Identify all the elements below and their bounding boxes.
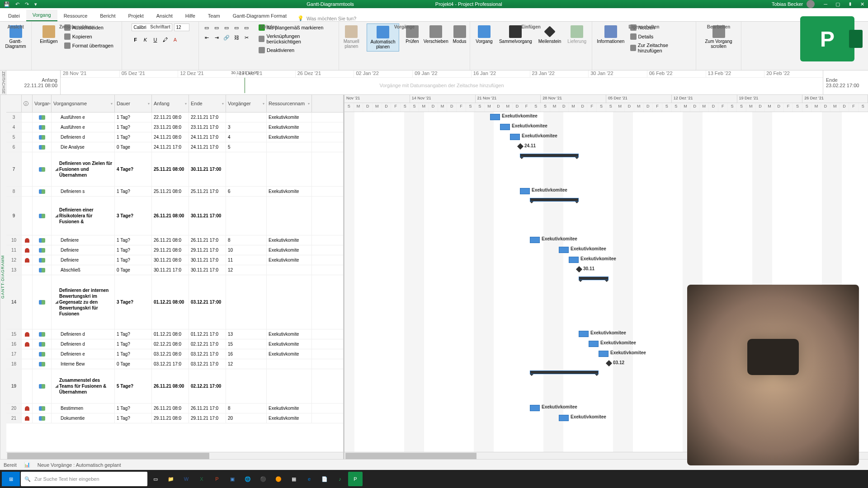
end-cell[interactable]: 22.11.21 17:0: [189, 113, 226, 122]
table-row[interactable]: 17Definieren e1 Tag?03.12.21 08:003.12.2…: [6, 349, 343, 359]
tab-ansicht[interactable]: Ansicht: [150, 10, 179, 21]
end-cell[interactable]: 23.11.21 17:0: [189, 122, 226, 132]
unlink-button[interactable]: ⛓: [232, 33, 241, 42]
table-row[interactable]: 10Definiere1 Tag?26.11.21 08:026.11.21 1…: [6, 235, 343, 245]
row-number[interactable]: 14: [6, 275, 22, 329]
row-number[interactable]: 5: [6, 132, 22, 142]
table-row[interactable]: 11Definiere1 Tag?29.11.21 08:029.11.21 1…: [6, 245, 343, 255]
start-button[interactable]: ⊞: [2, 472, 20, 486]
row-number[interactable]: 3: [6, 113, 22, 122]
start-cell[interactable]: 26.11.21 08:00: [152, 197, 189, 235]
start-cell[interactable]: 22.11.21 08:0: [152, 113, 189, 122]
start-cell[interactable]: 03.12.21 17:0: [152, 359, 189, 369]
resource-cell[interactable]: Exekutivkomite: [267, 349, 312, 359]
mode-cell[interactable]: [33, 349, 52, 359]
end-cell[interactable]: 25.11.21 17:0: [189, 187, 226, 196]
table-row[interactable]: 20Bestimmen1 Tag?26.11.21 08:026.11.21 1…: [6, 404, 343, 413]
mode-cell[interactable]: [33, 122, 52, 132]
end-cell[interactable]: 30.11.21 17:0: [189, 255, 226, 265]
row-number[interactable]: 19: [6, 369, 22, 403]
end-cell[interactable]: 26.11.21 17:0: [189, 404, 226, 413]
row-number[interactable]: 16: [6, 339, 22, 349]
collapse-icon[interactable]: ◢: [55, 383, 58, 389]
tell-me[interactable]: 💡Was möchten Sie tun?: [297, 15, 356, 21]
start-cell[interactable]: 26.11.21 08:0: [152, 404, 189, 413]
task-name-cell[interactable]: Dokumentie: [52, 413, 115, 423]
end-cell[interactable]: 30.11.21 17:00: [189, 152, 226, 186]
duration-cell[interactable]: 1 Tag?: [115, 404, 152, 413]
move-button[interactable]: Verschieben: [425, 23, 447, 46]
end-cell[interactable]: 30.11.21 17:0: [189, 265, 226, 275]
minimize-icon[interactable]: ─: [824, 1, 827, 7]
predecessor-cell[interactable]: [226, 275, 267, 329]
resource-cell[interactable]: [267, 265, 312, 275]
save-icon[interactable]: 💾: [4, 1, 10, 7]
task-name-cell[interactable]: Interne Bew: [52, 359, 115, 369]
gantt-bar[interactable]: [500, 124, 510, 130]
end-cell[interactable]: 02.12.21 17:00: [189, 369, 226, 403]
task-name-cell[interactable]: Die Analyse: [52, 142, 115, 152]
predecessor-cell[interactable]: 11: [226, 255, 267, 265]
powerpoint-icon[interactable]: P: [210, 472, 224, 486]
explorer-icon[interactable]: 📁: [164, 472, 178, 486]
start-cell[interactable]: 29.11.21 08:0: [152, 245, 189, 255]
taskview-icon[interactable]: ▭: [148, 472, 163, 486]
table-row[interactable]: 16Definieren d1 Tag?02.12.21 08:002.12.2…: [6, 339, 343, 349]
end-cell[interactable]: 30.11.21 17:00: [189, 197, 226, 235]
resource-cell[interactable]: [267, 197, 312, 235]
tab-team[interactable]: Team: [202, 10, 226, 21]
respect-links-button[interactable]: Verknüpfungen berücksichtigen: [257, 33, 335, 45]
resource-cell[interactable]: Exekutivkomite: [267, 122, 312, 132]
mode-cell[interactable]: [33, 255, 52, 265]
gantt-bar[interactable]: [530, 405, 540, 411]
task-name-cell[interactable]: Bestimmen: [52, 404, 115, 413]
manual-schedule-button[interactable]: Manuell planen: [339, 23, 364, 51]
start-cell[interactable]: 23.11.21 08:0: [152, 122, 189, 132]
paste-button[interactable]: Einfügen: [38, 23, 59, 46]
close-icon[interactable]: ✕: [860, 1, 864, 7]
gantt-bar[interactable]: [490, 114, 500, 120]
gantt-milestone[interactable]: [576, 266, 582, 272]
resource-cell[interactable]: Exekutivkomite: [267, 245, 312, 255]
resource-cell[interactable]: [267, 369, 312, 403]
task-name-cell[interactable]: ◢Definieren der internen Bewertungskri i…: [52, 275, 115, 329]
resource-cell[interactable]: Exekutivkomite: [267, 413, 312, 423]
predecessor-cell[interactable]: [226, 369, 267, 403]
predecessor-cell[interactable]: [226, 197, 267, 235]
gantt-bar[interactable]: [530, 237, 540, 243]
pct100-button[interactable]: ▭: [242, 23, 250, 32]
duration-cell[interactable]: 1 Tag?: [115, 122, 152, 132]
start-cell[interactable]: 24.11.21 17:0: [152, 142, 189, 152]
resource-cell[interactable]: [267, 275, 312, 329]
predecessor-cell[interactable]: 4: [226, 132, 267, 142]
duration-cell[interactable]: 1 Tag?: [115, 255, 152, 265]
duration-cell[interactable]: 1 Tag?: [115, 187, 152, 196]
undo-icon[interactable]: ↶: [15, 1, 19, 7]
mode-cell[interactable]: [33, 197, 52, 235]
predecessor-cell[interactable]: 15: [226, 339, 267, 349]
table-row[interactable]: 9◢Definieren einer Risikotolera für Fusi…: [6, 197, 343, 235]
col-resource[interactable]: Ressourcennam▾: [267, 95, 312, 112]
tab-ressource[interactable]: Ressource: [57, 10, 94, 21]
tab-datei[interactable]: Datei: [2, 10, 26, 21]
tab-projekt[interactable]: Projekt: [122, 10, 150, 21]
pct0-button[interactable]: ▭: [203, 23, 211, 32]
row-number[interactable]: 20: [6, 404, 22, 413]
grid-hscroll[interactable]: [6, 452, 343, 459]
pct75-button[interactable]: ▭: [232, 23, 241, 32]
start-cell[interactable]: 26.11.21 08:00: [152, 369, 189, 403]
insert-task-button[interactable]: Vorgang: [474, 23, 495, 46]
grid-body[interactable]: 3Ausführen e1 Tag?22.11.21 08:022.11.21 …: [6, 113, 343, 452]
end-cell[interactable]: 03.12.21 17:0: [189, 349, 226, 359]
taskbar-search[interactable]: 🔍Zur Suche Text hier eingeben: [21, 472, 147, 486]
table-row[interactable]: 14◢Definieren der internen Bewertungskri…: [6, 275, 343, 329]
notepad-icon[interactable]: 📄: [317, 472, 332, 486]
col-rownum[interactable]: [6, 95, 22, 112]
end-cell[interactable]: 02.12.21 17:0: [189, 339, 226, 349]
details-button[interactable]: Details: [628, 33, 692, 41]
insert-deliverable-button[interactable]: Lieferung: [566, 23, 588, 46]
font-color-button[interactable]: A: [171, 36, 179, 44]
start-cell[interactable]: 03.12.21 08:0: [152, 349, 189, 359]
mode-cell[interactable]: [33, 275, 52, 329]
mode-cell[interactable]: [33, 329, 52, 339]
